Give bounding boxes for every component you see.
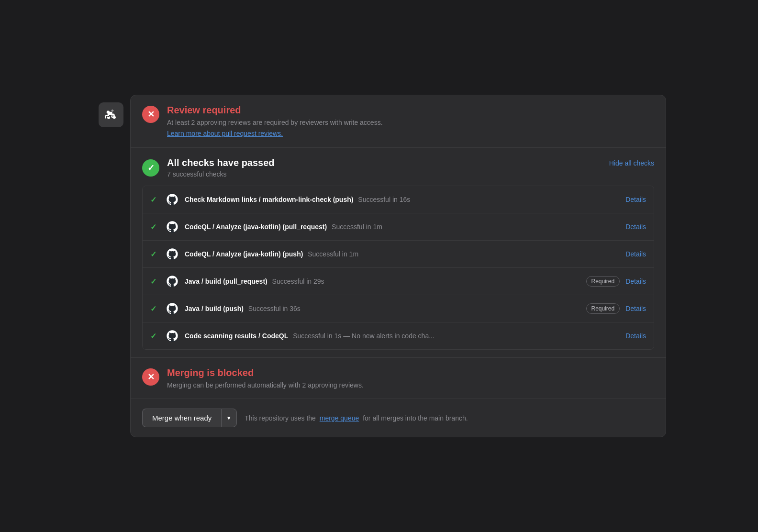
merge-note: This repository uses the merge queue for… bbox=[245, 414, 468, 422]
merge-note-text: This repository uses the bbox=[245, 414, 316, 422]
github-logo-2 bbox=[166, 220, 179, 233]
check-item-4: ✓ Java / build (pull_request) Successful… bbox=[143, 268, 654, 295]
check-text-3: CodeQL / Analyze (java-kotlin) (push) Su… bbox=[185, 250, 620, 258]
merge-note-suffix: for all merges into the main branch. bbox=[363, 414, 468, 422]
check-item-1: ✓ Check Markdown links / markdown-link-c… bbox=[143, 186, 654, 213]
check-tick-5: ✓ bbox=[150, 304, 160, 313]
github-logo-4 bbox=[166, 275, 179, 288]
github-logo-1 bbox=[166, 193, 179, 206]
check-text-2: CodeQL / Analyze (java-kotlin) (pull_req… bbox=[185, 223, 620, 231]
check-text-6: Code scanning results / CodeQL Successfu… bbox=[185, 332, 620, 340]
check-text-1: Check Markdown links / markdown-link-che… bbox=[185, 196, 620, 203]
merge-dropdown-button[interactable]: ▾ bbox=[221, 409, 237, 427]
check-item-2: ✓ CodeQL / Analyze (java-kotlin) (pull_r… bbox=[143, 213, 654, 241]
checks-header-left: ✓ All checks have passed 7 successful ch… bbox=[142, 157, 275, 178]
chevron-down-icon: ▾ bbox=[227, 414, 231, 421]
github-logo-3 bbox=[166, 247, 179, 261]
review-description: At least 2 approving reviews are require… bbox=[167, 119, 383, 126]
git-app-icon bbox=[99, 102, 123, 127]
check-details-link-4[interactable]: Details bbox=[625, 277, 646, 285]
checks-section: ✓ All checks have passed 7 successful ch… bbox=[131, 148, 666, 358]
blocked-description: Merging can be performed automatically w… bbox=[167, 381, 364, 389]
github-logo-6 bbox=[166, 329, 179, 343]
merge-when-ready-button[interactable]: Merge when ready bbox=[142, 409, 221, 427]
review-required-section: ✕ Review required At least 2 approving r… bbox=[131, 95, 666, 148]
checks-subtitle: 7 successful checks bbox=[167, 170, 275, 178]
merge-queue-link[interactable]: merge queue bbox=[320, 414, 359, 422]
required-badge-5: Required bbox=[586, 303, 620, 314]
merge-button-group: Merge when ready ▾ bbox=[142, 409, 237, 427]
check-item-6: ✓ Code scanning results / CodeQL Success… bbox=[143, 322, 654, 349]
check-details-link-2[interactable]: Details bbox=[625, 223, 646, 231]
hide-checks-link[interactable]: Hide all checks bbox=[609, 157, 654, 167]
required-badge-4: Required bbox=[586, 276, 620, 287]
review-content: Review required At least 2 approving rev… bbox=[167, 105, 383, 138]
blocked-error-icon: ✕ bbox=[142, 368, 159, 386]
github-logo-5 bbox=[166, 302, 179, 315]
checks-title-group: All checks have passed 7 successful chec… bbox=[167, 157, 275, 178]
checks-list-wrapper: ✓ Check Markdown links / markdown-link-c… bbox=[142, 186, 654, 350]
check-tick-1: ✓ bbox=[150, 195, 160, 204]
sidebar bbox=[92, 95, 130, 437]
check-details-link-3[interactable]: Details bbox=[625, 250, 646, 258]
merge-section: Merge when ready ▾ This repository uses … bbox=[131, 399, 666, 437]
main-panel: ✕ Review required At least 2 approving r… bbox=[130, 95, 666, 437]
check-details-link-6[interactable]: Details bbox=[625, 332, 646, 340]
check-item-5: ✓ Java / build (push) Successful in 36s … bbox=[143, 295, 654, 322]
check-tick-3: ✓ bbox=[150, 250, 160, 259]
checks-pass-icon: ✓ bbox=[142, 159, 159, 177]
check-details-link-5[interactable]: Details bbox=[625, 305, 646, 312]
check-tick-6: ✓ bbox=[150, 332, 160, 341]
review-error-icon: ✕ bbox=[142, 106, 159, 123]
review-learn-more-link[interactable]: Learn more about pull request reviews. bbox=[167, 130, 283, 137]
checks-header: ✓ All checks have passed 7 successful ch… bbox=[142, 157, 654, 178]
check-tick-4: ✓ bbox=[150, 277, 160, 286]
review-title: Review required bbox=[167, 105, 383, 116]
check-item-3: ✓ CodeQL / Analyze (java-kotlin) (push) … bbox=[143, 241, 654, 268]
blocked-section: ✕ Merging is blocked Merging can be perf… bbox=[131, 358, 666, 399]
check-details-link-1[interactable]: Details bbox=[625, 196, 646, 203]
check-tick-2: ✓ bbox=[150, 222, 160, 232]
check-text-5: Java / build (push) Successful in 36s bbox=[185, 305, 580, 312]
checks-list: ✓ Check Markdown links / markdown-link-c… bbox=[142, 186, 654, 350]
check-text-4: Java / build (pull_request) Successful i… bbox=[185, 277, 580, 285]
blocked-content: Merging is blocked Merging can be perfor… bbox=[167, 367, 364, 389]
checks-title: All checks have passed bbox=[167, 157, 275, 168]
blocked-title: Merging is blocked bbox=[167, 367, 364, 378]
